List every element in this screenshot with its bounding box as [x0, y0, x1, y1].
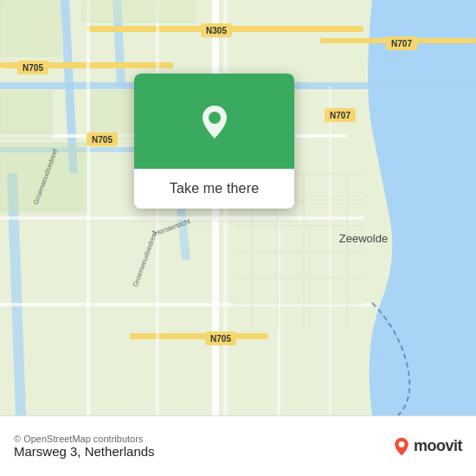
footer-bar: © OpenStreetMap contributors Marsweg 3, … [0, 415, 476, 476]
location-popup: Take me there [134, 74, 294, 209]
svg-point-49 [399, 441, 405, 447]
svg-rect-27 [82, 0, 195, 22]
svg-text:N305: N305 [206, 26, 227, 35]
svg-rect-20 [234, 277, 363, 279]
svg-rect-25 [346, 173, 348, 329]
popup-header [134, 74, 294, 169]
svg-rect-18 [234, 225, 363, 227]
take-me-there-button[interactable]: Take me there [134, 169, 294, 209]
svg-point-48 [209, 112, 221, 124]
svg-rect-21 [234, 303, 363, 305]
svg-text:N705: N705 [23, 63, 43, 73]
moovit-brand-text: moovit [414, 437, 462, 455]
svg-text:Zeewolde: Zeewolde [339, 232, 388, 245]
svg-text:N707: N707 [330, 111, 351, 120]
location-name: Marsweg 3, Netherlands [14, 444, 155, 459]
svg-text:N707: N707 [391, 39, 412, 48]
svg-rect-24 [303, 173, 305, 329]
svg-rect-28 [0, 91, 52, 138]
map-container[interactable]: N705 N305 N707 N705 N707 N705 Zeewolde G… [0, 0, 476, 415]
copyright-text: © OpenStreetMap contributors [14, 434, 155, 444]
moovit-logo: moovit [393, 436, 462, 457]
svg-text:N705: N705 [92, 135, 113, 145]
moovit-pin-icon [393, 436, 410, 457]
footer-left: © OpenStreetMap contributors Marsweg 3, … [14, 434, 155, 459]
svg-rect-26 [0, 0, 61, 56]
svg-rect-19 [234, 251, 363, 253]
svg-rect-6 [130, 333, 268, 339]
location-pin-icon [192, 99, 237, 144]
svg-text:N705: N705 [210, 334, 231, 344]
svg-rect-12 [87, 0, 90, 415]
